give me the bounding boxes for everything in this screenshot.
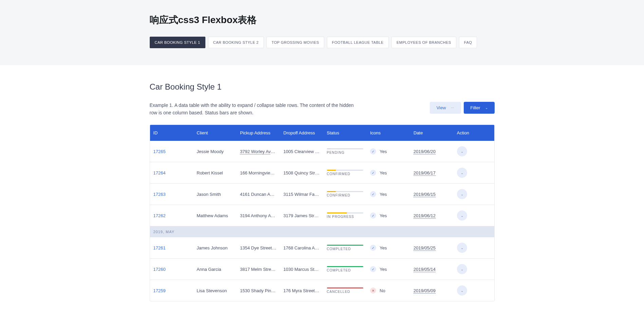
- chevron-down-icon: ⌄: [485, 106, 488, 110]
- icons-cell: ✓Yes: [370, 212, 407, 219]
- booking-id-link[interactable]: 17263: [153, 192, 166, 197]
- check-icon: ✓: [370, 245, 376, 251]
- status-cell: CONFIRMED: [327, 191, 364, 197]
- expand-button[interactable]: ⌄: [457, 285, 467, 296]
- expand-button[interactable]: ⌄: [457, 168, 467, 178]
- status-label: COMPLETED: [327, 247, 364, 251]
- booking-id-link[interactable]: 17265: [153, 149, 166, 154]
- status-label: IN PROGRESS: [327, 215, 364, 219]
- icons-label: Yes: [380, 170, 387, 175]
- booking-id-link[interactable]: 17261: [153, 245, 166, 250]
- tab-faq[interactable]: FAQ: [459, 37, 477, 48]
- view-button-label: View: [437, 105, 446, 110]
- col-icons: Icons: [367, 125, 410, 141]
- check-icon: ✓: [370, 170, 376, 176]
- icons-label: Yes: [380, 245, 387, 250]
- date-cell: 2019/05/25: [413, 245, 436, 250]
- chevron-down-icon: ⌄: [461, 267, 463, 271]
- booking-id-link[interactable]: 17264: [153, 170, 166, 175]
- tab-football[interactable]: FOOTBALL LEAGUE TABLE: [327, 37, 389, 48]
- check-icon: ✓: [370, 148, 376, 154]
- chevron-down-icon: ⋯: [451, 106, 454, 110]
- table-row: 17263Jason Smith4161 Duncan Aven...3115 …: [150, 184, 494, 205]
- tab-top-movies[interactable]: TOP GROSSING MOVIES: [266, 37, 324, 48]
- col-client: Client: [193, 125, 237, 141]
- icons-label: No: [380, 288, 385, 293]
- client-cell: Lisa Stevenson: [193, 283, 237, 299]
- col-action: Action: [454, 125, 494, 141]
- dropoff-cell: 1005 Clearview Driv...: [280, 144, 324, 160]
- chevron-down-icon: ⌄: [461, 150, 463, 153]
- status-label: CONFIRMED: [327, 193, 364, 197]
- status-label: COMPLETED: [327, 268, 364, 272]
- table-row: 17265Jessie Moody3792 Worley Avenu...100…: [150, 141, 494, 162]
- pickup-cell: 4161 Duncan Aven...: [240, 192, 280, 197]
- date-cell: 2019/06/12: [413, 213, 436, 218]
- table-row: 17261James Johnson1354 Dye Street, Ch...…: [150, 237, 494, 259]
- chevron-down-icon: ⌄: [461, 246, 463, 250]
- status-cell: IN PROGRESS: [327, 212, 364, 219]
- client-cell: Jason Smith: [193, 186, 237, 202]
- date-cell: 2019/06/20: [413, 149, 436, 154]
- expand-button[interactable]: ⌄: [457, 243, 467, 253]
- expand-button[interactable]: ⌄: [457, 189, 467, 199]
- dropoff-cell: 1030 Marcus Street...: [280, 261, 324, 277]
- view-button[interactable]: View ⋯: [430, 102, 461, 114]
- tab-car-booking-1[interactable]: CAR BOOKING STYLE 1: [150, 37, 205, 48]
- date-cell: 2019/05/09: [413, 288, 436, 293]
- date-cell: 2019/05/14: [413, 267, 436, 272]
- icons-cell: ✕No: [370, 287, 407, 294]
- pickup-cell: 166 Morningview L...: [240, 170, 280, 175]
- expand-button[interactable]: ⌄: [457, 264, 467, 274]
- client-cell: Matthew Adams: [193, 208, 237, 224]
- table-row: 17259Lisa Stevenson1530 Shady Pines ...1…: [150, 280, 494, 301]
- tab-employees[interactable]: EMPLOYEES OF BRANCHES: [391, 37, 456, 48]
- booking-id-link[interactable]: 17260: [153, 267, 166, 272]
- table-header: ID Client Pickup Address Dropoff Address…: [150, 125, 494, 141]
- status-label: CONFIRMED: [327, 172, 364, 176]
- table-row: 17260Anna Garcia3817 Melm Street, ...103…: [150, 259, 494, 280]
- col-drop: Dropoff Address: [280, 125, 324, 141]
- pickup-cell: 1354 Dye Street, Ch...: [240, 245, 280, 250]
- icons-cell: ✓Yes: [370, 191, 407, 197]
- icons-label: Yes: [380, 149, 387, 154]
- section-heading: Car Booking Style 1: [150, 82, 495, 92]
- status-cell: COMPLETED: [327, 266, 364, 272]
- icons-label: Yes: [380, 213, 387, 218]
- pickup-cell: 3817 Melm Street, ...: [240, 267, 280, 272]
- expand-button[interactable]: ⌄: [457, 146, 467, 156]
- booking-id-link[interactable]: 17259: [153, 288, 166, 293]
- dropoff-cell: 3115 Wilmar Farm ...: [280, 186, 324, 202]
- col-date: Date: [410, 125, 454, 141]
- status-cell: CONFIRMED: [327, 170, 364, 176]
- page-title: 响应式css3 Flexbox表格: [150, 14, 495, 26]
- tab-car-booking-2[interactable]: CAR BOOKING STYLE 2: [208, 37, 264, 48]
- col-status: Status: [324, 125, 367, 141]
- pickup-cell: 1530 Shady Pines ...: [240, 288, 280, 293]
- status-cell: COMPLETED: [327, 245, 364, 251]
- dropoff-cell: 1768 Carolina Aven...: [280, 240, 324, 256]
- booking-table: ID Client Pickup Address Dropoff Address…: [150, 125, 495, 301]
- filter-button[interactable]: Filter ⌄: [464, 102, 495, 114]
- expand-button[interactable]: ⌄: [457, 210, 467, 221]
- icons-cell: ✓Yes: [370, 170, 407, 176]
- client-cell: James Johnson: [193, 240, 237, 256]
- pickup-cell: 3194 Anthony Aven...: [240, 213, 280, 218]
- check-icon: ✓: [370, 212, 376, 219]
- table-row: 17264Robert Kissel166 Morningview L...15…: [150, 162, 494, 184]
- booking-id-link[interactable]: 17262: [153, 213, 166, 218]
- chevron-down-icon: ⌄: [461, 171, 463, 175]
- col-id: ID: [150, 125, 194, 141]
- chevron-down-icon: ⌄: [461, 289, 463, 293]
- check-icon: ✓: [370, 266, 376, 272]
- status-cell: CANCELLED: [327, 287, 364, 294]
- table-row: 17262Matthew Adams3194 Anthony Aven...31…: [150, 205, 494, 226]
- icons-label: Yes: [380, 192, 387, 197]
- status-label: PENDING: [327, 151, 364, 154]
- dropoff-cell: 1508 Quincy Street,...: [280, 165, 324, 181]
- col-pickup: Pickup Address: [237, 125, 280, 141]
- status-label: CANCELLED: [327, 290, 364, 294]
- icons-label: Yes: [380, 267, 387, 272]
- cross-icon: ✕: [370, 287, 376, 294]
- status-cell: PENDING: [327, 148, 364, 154]
